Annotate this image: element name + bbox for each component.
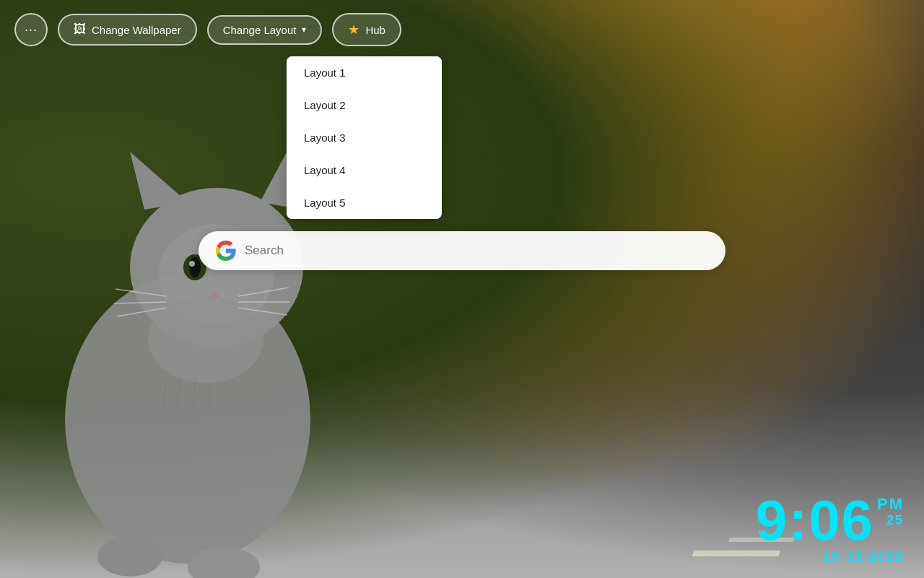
chevron-down-icon: ▾ <box>302 25 306 35</box>
toolbar: ··· 🖼 Change Wallpaper Change Layout ▾ ★… <box>0 13 924 46</box>
layout-2-option[interactable]: Layout 2 <box>287 89 442 121</box>
change-layout-label: Change Layout <box>223 24 297 36</box>
clock-ampm: PM <box>877 496 904 512</box>
hub-label: Hub <box>365 24 385 36</box>
clock-widget: 9 : 06 PM 25 19-12-2022 <box>756 492 904 565</box>
clock-date: 19-12-2022 <box>756 550 904 565</box>
layout-5-option[interactable]: Layout 5 <box>287 186 442 219</box>
more-button[interactable]: ··· <box>14 13 48 46</box>
svg-point-9 <box>97 536 162 577</box>
svg-marker-2 <box>130 152 188 210</box>
clock-hours: 9 <box>756 492 788 548</box>
change-wallpaper-label: Change Wallpaper <box>92 24 181 36</box>
search-input[interactable] <box>245 243 708 258</box>
clock-time-display: 9 : 06 PM 25 <box>756 492 904 548</box>
search-container <box>199 231 725 270</box>
clock-seconds: 25 <box>874 514 904 527</box>
layout-4-option[interactable]: Layout 4 <box>287 154 442 186</box>
change-wallpaper-button[interactable]: 🖼 Change Wallpaper <box>58 14 197 46</box>
svg-point-7 <box>189 261 195 267</box>
wallpaper-icon: 🖼 <box>74 22 86 37</box>
clock-minutes: 06 <box>808 492 874 548</box>
layout-1-option[interactable]: Layout 1 <box>287 56 442 89</box>
search-bar <box>199 231 725 270</box>
google-logo <box>216 241 236 261</box>
layout-dropdown-menu: Layout 1 Layout 2 Layout 3 Layout 4 Layo… <box>287 56 442 219</box>
change-layout-button[interactable]: Change Layout ▾ <box>207 15 323 45</box>
star-icon: ★ <box>348 22 359 38</box>
clock-colon: : <box>788 492 808 548</box>
hub-button[interactable]: ★ Hub <box>332 13 401 46</box>
layout-3-option[interactable]: Layout 3 <box>287 121 442 154</box>
more-icon: ··· <box>25 22 38 38</box>
